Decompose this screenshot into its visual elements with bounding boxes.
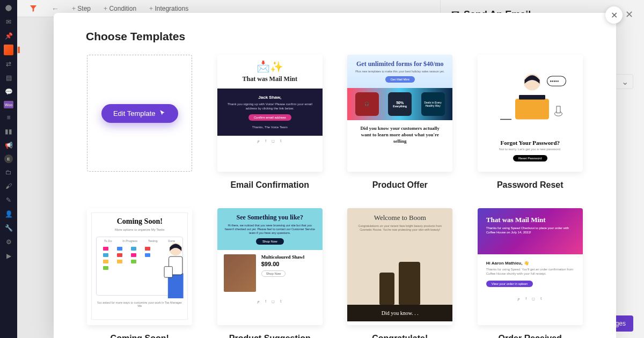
template-thumb: ●●●●● Forgot Your Password? Not to worry… [478, 55, 583, 172]
twitter-icon: 𝕥 [280, 139, 282, 143]
template-card-edit: Edit Template [86, 55, 194, 190]
facebook-icon: f [525, 297, 526, 301]
thumb-cta: Reset Password [513, 155, 547, 161]
thumb-cta: Confirm email address [248, 114, 291, 121]
thumb-sub: Plus new templates to make this your bes… [353, 70, 447, 73]
templates-grid: Edit Template 📩✨ That was Mail Mint Jack… [86, 55, 584, 338]
twitter-icon: 𝕥 [540, 297, 542, 301]
thumb-body: Thanks for using Speed. You'll get an or… [486, 267, 574, 276]
pinterest-icon: 𝒑 [518, 297, 520, 301]
thumb-greeting: Hi Aaron Mathieu, 👋 [486, 261, 574, 266]
template-card-product-suggestion[interactable]: See Something you like? Hi there, we not… [216, 208, 324, 338]
facebook-icon: f [265, 139, 266, 143]
thumb-sub: Hi there, we noticed that you were brows… [225, 224, 315, 235]
product-price: $99.00 [261, 261, 305, 267]
promo-tile: 🎧 [355, 92, 379, 116]
person-illustration [155, 239, 192, 298]
instagram-icon: ◻ [272, 299, 275, 304]
template-card-congratulate[interactable]: Welcome to Boom Congratulations on your … [346, 208, 454, 338]
cursor-icon [159, 109, 166, 117]
product-name: Multicoloured Shawl [261, 254, 305, 260]
svg-rect-11 [164, 267, 172, 277]
template-thumb: See Something you like? Hi there, we not… [217, 208, 323, 325]
template-card-email-confirmation[interactable]: 📩✨ That was Mail Mint Jack Shaw, Thank y… [216, 55, 324, 190]
template-title: Email Confirmation [230, 180, 309, 190]
thumb-sub: Congratulations on your recent fave brig… [354, 224, 446, 232]
twitter-icon: 𝕥 [280, 299, 282, 304]
modal-close-button[interactable]: ✕ [605, 6, 623, 24]
social-icons: 𝒑f◻𝕥 [217, 136, 323, 146]
choose-templates-modal: Choose Templates Edit Template 📩✨ That w… [54, 13, 616, 338]
thumb-headline: Coming Soon! [96, 217, 183, 226]
thumb-cta: Get Mail Mint [385, 76, 415, 83]
template-card-order-received[interactable]: That was Mail Mint Thanks for using Spee… [477, 208, 584, 338]
template-title: Coming Soon! [111, 334, 169, 338]
thumb-illustration: ●●●●● [478, 55, 583, 135]
instagram-icon: ◻ [532, 297, 535, 301]
thumb-headline: Forgot Your Password? [484, 139, 576, 146]
modal-title: Choose Templates [86, 30, 584, 43]
template-thumb: Get unlimited forms for $40/mo Plus new … [347, 55, 452, 172]
thumb-cta: View your order in spleen [486, 281, 533, 287]
template-thumb: 📩✨ That was Mail Mint Jack Shaw, Thank y… [217, 55, 323, 172]
thumb-body: Thank you signing up with Voice! Please … [225, 102, 315, 111]
thumb-headline: Get unlimited forms for $40/mo [353, 60, 447, 68]
thumb-headline: That was Mail Mint [486, 216, 574, 224]
thumb-bottom: Did you know. . . [347, 305, 452, 321]
svg-text:●●●●●: ●●●●● [550, 79, 559, 83]
thumb-headline: See Something you like? [225, 214, 315, 222]
thumb-headline: Welcome to Boom [354, 214, 446, 222]
svg-rect-2 [519, 95, 545, 99]
product-cta: Shop Now [261, 270, 286, 277]
thumb-promo-tiles: 🎧 50%Everything Deals in EveryHealthy Wa… [347, 88, 452, 120]
kanban-illustration: To Do In Progress Testing Done [96, 237, 183, 296]
template-title: Product Suggestion [229, 334, 311, 338]
edit-template-button[interactable]: Edit Template [101, 104, 178, 123]
template-thumb-edit: Edit Template [87, 55, 192, 172]
thumb-footer: Thanks, The Voice Team [225, 125, 315, 129]
thumb-product: Multicoloured Shawl $99.00 Shop Now [217, 250, 323, 296]
template-card-password-reset[interactable]: ●●●●● Forgot Your Password? Not to worry… [477, 55, 584, 190]
pinterest-icon: 𝒑 [258, 139, 260, 143]
social-icons: 𝒑f◻𝕥 [217, 296, 323, 307]
template-title: Product Offer [372, 180, 428, 190]
template-title: Order Received [499, 334, 562, 338]
template-card-product-offer[interactable]: Get unlimited forms for $40/mo Plus new … [346, 55, 454, 190]
social-icons: 𝒑f◻𝕥 [478, 293, 583, 304]
thumb-cta: Shop Now [256, 238, 284, 245]
instagram-icon: ◻ [272, 139, 275, 143]
facebook-icon: f [265, 299, 266, 304]
thumb-bottom: Did you know your customers actually wan… [347, 120, 452, 150]
product-image [224, 254, 256, 292]
bottles-illustration [347, 256, 452, 305]
template-thumb: That was Mail Mint Thanks for using Spee… [478, 208, 583, 325]
template-title: Congratulate! [372, 334, 428, 338]
template-title: Password Reset [497, 180, 564, 190]
template-thumb: Coming Soon! More options to organize My… [87, 208, 192, 325]
thumb-sub: More options to organize My Tasks [96, 228, 183, 231]
template-card-coming-soon[interactable]: Coming Soon! More options to organize My… [86, 208, 194, 338]
svg-rect-1 [515, 99, 549, 120]
thumb-greeting: Jack Shaw, [225, 95, 315, 100]
pinterest-icon: 𝒑 [258, 299, 260, 304]
thumb-brand: That was Mail Mint [224, 75, 316, 83]
thumb-sub: Not to worry. Let's get you a new passwo… [484, 148, 576, 151]
svg-rect-7 [557, 106, 560, 113]
mail-check-icon: 📩✨ [224, 60, 316, 73]
template-thumb: Welcome to Boom Congratulations on your … [347, 208, 452, 325]
promo-tile: Deals in EveryHealthy Way [421, 92, 445, 116]
thumb-footer: You asked for more ways to customize you… [96, 301, 183, 307]
thumb-sub: Thanks for using Speed Checkout to place… [486, 226, 574, 235]
promo-tile: 50%Everything [388, 92, 412, 116]
